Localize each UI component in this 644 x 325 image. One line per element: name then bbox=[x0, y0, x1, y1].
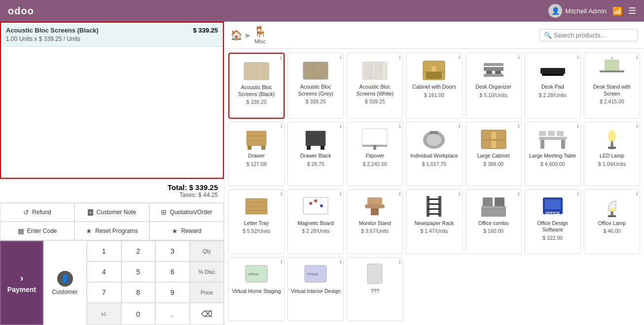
product-price: $ 46.00 bbox=[603, 228, 620, 234]
refund-button[interactable]: ↺ Refund bbox=[0, 203, 74, 222]
key-5[interactable]: 5 bbox=[121, 261, 156, 282]
key-price[interactable]: Price bbox=[190, 282, 224, 303]
key-1[interactable]: 1 bbox=[87, 241, 121, 261]
product-card[interactable]: ℹ Letter Tray $ 5.52/Units bbox=[228, 189, 285, 254]
svg-rect-21 bbox=[600, 70, 624, 72]
key-dot[interactable]: . bbox=[155, 303, 190, 325]
product-card[interactable]: ℹ Monitor Stand $ 3.67/Units bbox=[347, 189, 403, 254]
product-info-icon[interactable]: ℹ bbox=[518, 124, 520, 129]
product-info-icon[interactable]: ℹ bbox=[459, 191, 461, 196]
refund-label: Refund bbox=[32, 209, 51, 216]
product-info-icon[interactable]: ℹ bbox=[459, 55, 461, 60]
product-card[interactable]: ℹ Large Meeting Table $ 4,600.00 bbox=[525, 122, 581, 186]
product-card[interactable]: ℹ Drawer $ 127.08 bbox=[228, 122, 285, 186]
svg-rect-18 bbox=[540, 68, 565, 74]
product-image bbox=[479, 57, 508, 82]
key-9[interactable]: 9 bbox=[155, 282, 190, 303]
product-name: Drawer bbox=[248, 153, 265, 160]
key-qty[interactable]: Qty bbox=[190, 241, 224, 261]
key-4[interactable]: 4 bbox=[87, 261, 121, 282]
reward-label: Reward bbox=[181, 228, 201, 234]
product-price: $ 1.04/Units bbox=[598, 161, 626, 167]
product-card[interactable]: ℹ OFFICE Office Design Software $ 322.00 bbox=[525, 189, 581, 254]
key-plusminus[interactable]: +/- bbox=[87, 303, 121, 325]
product-card[interactable]: ℹ Desk Stand with Screen $ 2,415.00 bbox=[584, 53, 640, 119]
product-price: $ 5.10/Units bbox=[480, 92, 507, 98]
product-info-icon[interactable]: ℹ bbox=[340, 55, 342, 60]
customer-button[interactable]: 👤 Customer bbox=[43, 241, 87, 325]
order-line-item[interactable]: Acoustic Bloc Screens (Black) 1.00 Units… bbox=[1, 23, 223, 47]
product-card[interactable]: ℹ Magnetic Board $ 2.28/Units bbox=[287, 189, 344, 254]
breadcrumb-bar: 🏠 ▶ 🪑 Misc 🔍 bbox=[224, 22, 644, 49]
key-3[interactable]: 3 bbox=[155, 241, 190, 261]
key-7[interactable]: 7 bbox=[87, 282, 121, 303]
product-card[interactable]: ℹ Newspaper Rack $ 1.47/Units bbox=[406, 189, 462, 254]
product-name: ??? bbox=[371, 288, 380, 295]
product-info-icon[interactable]: ℹ bbox=[399, 191, 401, 196]
product-name: Virtual Home Staging bbox=[232, 288, 281, 295]
product-info-icon[interactable]: ℹ bbox=[577, 55, 579, 60]
product-info-icon[interactable]: ℹ bbox=[280, 55, 282, 61]
product-name: Large Meeting Table bbox=[529, 153, 576, 160]
payment-arrow-icon: › bbox=[20, 272, 24, 284]
product-card[interactable]: ℹ Drawer Black $ 28.75 bbox=[287, 122, 344, 186]
key-6[interactable]: 6 bbox=[155, 261, 190, 282]
product-info-icon[interactable]: ℹ bbox=[340, 259, 342, 264]
product-card[interactable]: ℹ Flipover $ 2,242.50 bbox=[347, 122, 403, 186]
product-price: $ 3.67/Units bbox=[361, 228, 389, 234]
product-info-icon[interactable]: ℹ bbox=[518, 191, 520, 196]
product-info-icon[interactable]: ℹ bbox=[281, 259, 283, 264]
product-card[interactable]: ℹ Acoustic Bloc Screens (Grey) $ 339.25 bbox=[287, 53, 344, 119]
misc-breadcrumb[interactable]: 🪑 Misc bbox=[253, 26, 267, 44]
product-info-icon[interactable]: ℹ bbox=[399, 124, 401, 129]
product-card[interactable]: ℹ Virtual Virtual Home Staging bbox=[228, 257, 285, 321]
key-disc[interactable]: % Disc bbox=[190, 261, 224, 282]
key-0[interactable]: 0 bbox=[121, 303, 156, 325]
product-info-icon[interactable]: ℹ bbox=[459, 124, 461, 129]
product-card[interactable]: ℹ LED Lamp $ 1.04/Units bbox=[584, 122, 640, 186]
product-card[interactable]: ℹ Large Cabinet $ 368.00 bbox=[465, 122, 522, 186]
product-info-icon[interactable]: ℹ bbox=[636, 191, 638, 196]
reset-programs-button[interactable]: ★ Reset Programs bbox=[74, 222, 149, 240]
product-info-icon[interactable]: ℹ bbox=[399, 259, 401, 264]
product-info-icon[interactable]: ℹ bbox=[281, 124, 283, 129]
svg-marker-22 bbox=[611, 57, 613, 60]
product-info-icon[interactable]: ℹ bbox=[577, 191, 579, 196]
product-image bbox=[597, 194, 627, 218]
product-card[interactable]: ℹ Cabinet with Doors $ 161.00 bbox=[406, 53, 462, 119]
product-card[interactable]: ℹ Desk Organizer $ 5.10/Units bbox=[465, 53, 522, 119]
search-input[interactable] bbox=[554, 32, 634, 39]
product-card[interactable]: ℹ Acoustic Bloc Screens (Black) $ 339.25 bbox=[228, 53, 285, 119]
product-card[interactable]: ℹ Acoustic Bloc Screens (White) $ 339.25 bbox=[347, 53, 403, 119]
user-menu[interactable]: 👤 Mitchell Admin bbox=[548, 4, 607, 18]
reward-button[interactable]: ★ Reward bbox=[149, 222, 224, 240]
payment-button[interactable]: › Payment bbox=[0, 241, 43, 325]
product-info-icon[interactable]: ℹ bbox=[636, 124, 638, 129]
product-info-icon[interactable]: ℹ bbox=[340, 191, 342, 196]
key-8[interactable]: 8 bbox=[121, 282, 156, 303]
customer-note-button[interactable]: ▪ Customer Note bbox=[74, 203, 149, 222]
product-info-icon[interactable]: ℹ bbox=[577, 124, 579, 129]
menu-icon[interactable]: ☰ bbox=[628, 5, 636, 16]
product-image: Virtual bbox=[301, 261, 330, 286]
main-layout: Acoustic Bloc Screens (Black) 1.00 Units… bbox=[0, 22, 644, 325]
product-info-icon[interactable]: ℹ bbox=[518, 55, 520, 60]
svg-rect-29 bbox=[306, 136, 325, 141]
product-card[interactable]: ℹ ??? bbox=[347, 257, 403, 321]
product-card[interactable]: ℹ Office Lamp $ 46.00 bbox=[584, 189, 640, 254]
product-info-icon[interactable]: ℹ bbox=[399, 55, 401, 60]
home-breadcrumb[interactable]: 🏠 bbox=[230, 29, 243, 41]
key-2[interactable]: 2 bbox=[121, 241, 156, 261]
product-info-icon[interactable]: ℹ bbox=[636, 55, 638, 60]
enter-code-button[interactable]: ▦ Enter Code bbox=[0, 222, 74, 240]
product-card[interactable]: ℹ Desk Pad $ 2.28/Units bbox=[525, 53, 581, 119]
product-card[interactable]: ℹ Individual Workplace $ 1,017.75 bbox=[406, 122, 462, 186]
product-name: Individual Workplace bbox=[410, 153, 458, 160]
product-info-icon[interactable]: ℹ bbox=[340, 124, 342, 129]
quotation-button[interactable]: ⊞ Quotation/Order bbox=[149, 203, 224, 222]
svg-rect-25 bbox=[247, 141, 266, 146]
product-info-icon[interactable]: ℹ bbox=[281, 191, 283, 196]
product-card[interactable]: ℹ Office combo $ 160.00 bbox=[465, 189, 522, 254]
product-card[interactable]: ℹ Virtual Virtual Interior Design bbox=[287, 257, 344, 321]
key-backspace[interactable]: ⌫ bbox=[190, 303, 224, 325]
